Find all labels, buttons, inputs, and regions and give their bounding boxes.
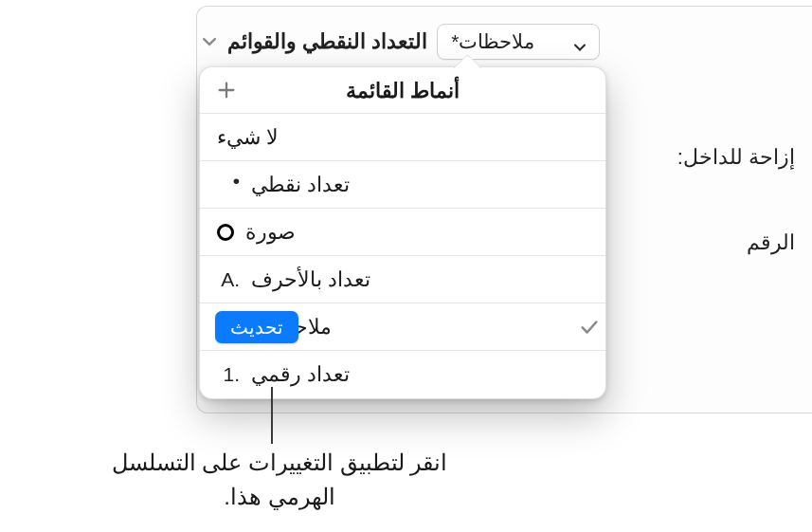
- popover-header: أنماط القائمة: [200, 67, 605, 113]
- style-item-label: لا شيء: [217, 125, 279, 150]
- disclosure-chevron-icon[interactable]: [201, 33, 218, 50]
- update-button[interactable]: تحديث: [215, 311, 298, 343]
- checkmark-icon: [569, 317, 609, 338]
- chevron-down-icon: [572, 35, 586, 48]
- list-style-dropdown[interactable]: ملاحظات*: [437, 24, 600, 60]
- style-item-bullet[interactable]: تعداد نقطي •: [200, 161, 605, 209]
- section-header-row: ملاحظات* التعداد النقطي والقوائم: [197, 16, 801, 67]
- style-item-image[interactable]: صورة: [200, 209, 605, 256]
- section-title: التعداد النقطي والقوائم: [227, 29, 427, 54]
- style-item-numbered[interactable]: تعداد رقمي 1.: [200, 351, 605, 398]
- circle-icon: [217, 224, 234, 241]
- callout-leader-line: [271, 387, 273, 444]
- list-styles-popover: أنماط القائمة لا شيء تعداد نقطي • صورة ت…: [199, 66, 606, 399]
- style-item-prefix: 1.: [217, 363, 240, 386]
- callout-text: انقر لتطبيق التغييرات على التسلسل الهرمي…: [104, 446, 455, 514]
- popover-list: لا شيء تعداد نقطي • صورة تعداد بالأحرف A…: [200, 113, 605, 398]
- style-item-prefix: A.: [217, 268, 240, 291]
- style-item-lettered[interactable]: تعداد بالأحرف A.: [200, 256, 605, 303]
- style-item-none[interactable]: لا شيء: [200, 114, 605, 161]
- style-item-label: تعداد بالأحرف: [251, 267, 370, 292]
- list-style-dropdown-label: ملاحظات*: [451, 30, 534, 53]
- style-item-label: تعداد نقطي: [251, 173, 350, 197]
- popover-title: أنماط القائمة: [346, 79, 460, 103]
- style-item-label: صورة: [245, 220, 296, 245]
- add-style-button[interactable]: [213, 77, 240, 103]
- style-item-notes[interactable]: تحديث ملاحظات A.: [200, 303, 605, 351]
- style-item-label: تعداد رقمي: [251, 362, 350, 387]
